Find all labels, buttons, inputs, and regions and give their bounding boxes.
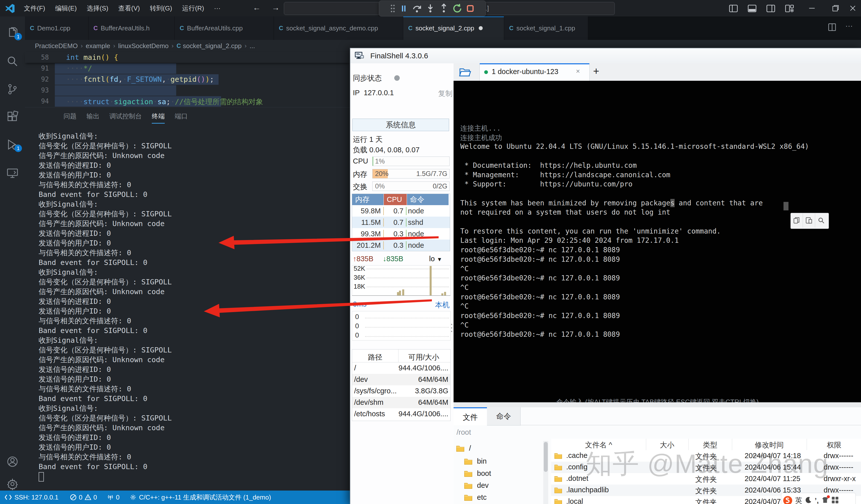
tree-item-boot[interactable]: boot	[464, 469, 491, 478]
debug-stop-icon[interactable]	[466, 4, 475, 13]
menu-选择(S)[interactable]: 选择(S)	[82, 0, 113, 16]
breadcrumb-item[interactable]: PracticeDEMO	[35, 42, 78, 50]
menu-查看(V)[interactable]: 查看(V)	[113, 0, 145, 16]
accounts-icon[interactable]	[6, 455, 18, 467]
menu-文件(F)[interactable]: 文件(F)	[19, 0, 50, 16]
tab-socket_signal_async_demo.cpp[interactable]: Csocket_signal_async_demo.cpp	[274, 16, 403, 40]
breadcrumb-item[interactable]: example	[86, 42, 110, 50]
tree-item-/[interactable]: /	[456, 444, 471, 452]
toggle-secondary-sidebar-icon[interactable]	[766, 4, 775, 13]
splitter-handle[interactable]	[451, 324, 453, 336]
ping-row-value: 0	[355, 313, 359, 321]
debug-restart-icon[interactable]	[452, 3, 462, 13]
disk-col-path[interactable]: 路径	[352, 352, 398, 363]
restore-button[interactable]	[828, 0, 844, 16]
panel-tab-端口[interactable]: 端口	[175, 112, 188, 121]
finalshell-titlebar[interactable]: FinalShell 4.3.0.6	[351, 49, 861, 64]
debug-step-into-icon[interactable]	[425, 3, 435, 13]
panel-tab-问题[interactable]: 问题	[64, 112, 77, 121]
ime-toolbox-icon[interactable]	[831, 496, 839, 504]
code-line[interactable]: ····fcntl(fd,·F_SETOWN,·getpid());	[66, 75, 214, 83]
disk-col-size[interactable]: 可用/大小	[398, 352, 449, 363]
extensions-icon[interactable]	[6, 111, 18, 123]
tree-scrollbar[interactable]	[543, 441, 548, 504]
ime-punct-toggle[interactable]: ’,	[815, 496, 819, 504]
nav-back-icon[interactable]: ←	[253, 3, 261, 12]
process-row[interactable]: 201.2M0.3node	[352, 240, 450, 251]
remote-explorer-icon[interactable]	[6, 167, 18, 179]
terminal-selection-toolbar	[791, 213, 829, 229]
debug-step-out-icon[interactable]	[439, 3, 449, 13]
panel-tab-调试控制台[interactable]: 调试控制台	[109, 112, 142, 121]
source-control-icon[interactable]	[6, 83, 18, 95]
ime-lang-toggle[interactable]: 英	[795, 496, 802, 504]
files-tab-文件[interactable]: 文件	[453, 407, 487, 425]
copy-icon[interactable]	[791, 213, 803, 228]
problems-indicator[interactable]: 0 0	[70, 493, 97, 501]
menu-···[interactable]: ···	[209, 0, 226, 16]
system-info-button[interactable]: 系统信息	[352, 119, 449, 131]
toggle-panel-icon[interactable]	[748, 4, 756, 13]
breadcrumb-item[interactable]: ...	[249, 42, 255, 50]
panel-divider[interactable]: •••	[453, 402, 861, 408]
customize-layout-icon[interactable]	[785, 4, 794, 13]
ports-indicator[interactable]: 0	[107, 493, 119, 501]
close-button[interactable]	[845, 0, 861, 16]
breadcrumb[interactable]: PracticeDEMO›example›linuxSocketDemo›Cso…	[35, 40, 255, 52]
nav-forward-icon[interactable]: →	[272, 3, 279, 12]
tab-BufferAreaUtils.cpp[interactable]: CBufferAreaUtils.cpp	[175, 16, 274, 40]
debug-step-over-icon[interactable]	[412, 3, 422, 13]
uptime-label: 运行 1 天	[353, 135, 383, 145]
sogou-logo[interactable]	[783, 495, 793, 504]
menu-运行(R)[interactable]: 运行(R)	[177, 0, 209, 16]
iface-select[interactable]: lo ▼	[429, 255, 442, 263]
process-col-CPU[interactable]: CPU	[384, 194, 407, 205]
debug-pause-icon[interactable]	[399, 4, 408, 13]
tab-Demo1.cpp[interactable]: CDemo1.cpp	[25, 16, 88, 40]
tree-item-etc[interactable]: etc	[464, 493, 487, 502]
paste-icon[interactable]	[803, 213, 815, 228]
search-icon[interactable]	[6, 55, 18, 67]
process-row[interactable]: 59.8M0.7node	[352, 205, 450, 217]
shell-terminal[interactable]: 连接主机...连接主机成功Welcome to Ubuntu 22.04.4 L…	[453, 81, 861, 402]
process-row[interactable]: 99.3M0.3node	[352, 228, 450, 240]
tree-item-bin[interactable]: bin	[464, 457, 487, 465]
files-tab-命令[interactable]: 命令	[487, 407, 521, 425]
current-path[interactable]: /root	[456, 428, 471, 436]
breadcrumb-item[interactable]: socket_signal_2.cpp	[183, 42, 242, 50]
sticky-scroll-line[interactable]: 58 int main() {	[25, 52, 350, 63]
tab-BufferAreaUtils.h[interactable]: CBufferAreaUtils.h	[88, 16, 175, 40]
shell-tab-close-icon[interactable]: ×	[576, 67, 580, 75]
minimize-button[interactable]	[804, 0, 820, 16]
new-tab-button[interactable]: +	[593, 65, 599, 77]
process-col-内存[interactable]: 内存	[352, 194, 384, 205]
process-col-命令[interactable]: 命令	[407, 194, 449, 205]
shell-tab[interactable]: 1 docker-ubuntu-123 ×	[479, 64, 590, 81]
build-task-indicator[interactable]: C/C++: g++-11 生成和调试活动文件 (1_demo)	[129, 493, 271, 502]
settings-gear-icon[interactable]	[6, 478, 18, 490]
ime-skin-icon[interactable]	[821, 496, 829, 504]
split-editor-icon[interactable]	[828, 23, 836, 33]
process-row[interactable]: 11.5M0.7sshd	[352, 217, 450, 228]
panel-tab-终端[interactable]: 终端	[152, 112, 165, 121]
panel-tab-输出[interactable]: 输出	[86, 112, 99, 121]
code-line[interactable]: ····*/	[66, 64, 92, 72]
tab-socket_signal_2.cpp[interactable]: Csocket_signal_2.cpp	[403, 16, 504, 40]
toggle-sidebar-icon[interactable]	[729, 4, 738, 13]
copy-ip-button[interactable]: 复制	[438, 89, 453, 99]
ime-moon-icon[interactable]	[805, 496, 812, 504]
tab-socket_signal_1.cpp[interactable]: Csocket_signal_1.cpp	[504, 16, 588, 40]
tab-label: socket_signal_2.cpp	[415, 24, 474, 32]
open-connection-folder-icon[interactable]	[459, 66, 472, 78]
drag-handle-icon[interactable]	[390, 4, 396, 13]
editor-more-actions-icon[interactable]: ···	[845, 22, 853, 30]
menu-编辑(E)[interactable]: 编辑(E)	[50, 0, 82, 16]
remote-indicator[interactable]: SSH: 127.0.0.1	[4, 493, 58, 501]
menu-转到(G)[interactable]: 转到(G)	[145, 0, 177, 16]
tree-item-dev[interactable]: dev	[464, 481, 489, 490]
breadcrumb-item[interactable]: linuxSocketDemo	[118, 42, 168, 50]
search-selection-icon[interactable]	[815, 213, 827, 228]
code-line[interactable]: ····struct·sigaction·sa;·//信号处理所需的结构对象	[66, 97, 263, 107]
shell-line: root@6e56f3dbe020:~# nc 127.0.0.1 8089	[460, 274, 620, 282]
ping-host[interactable]: 本机	[435, 300, 450, 310]
